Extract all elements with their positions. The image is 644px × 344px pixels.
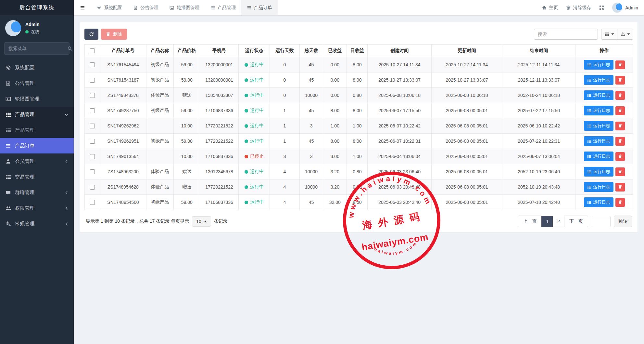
clear-cache-link[interactable]: 清除缓存 xyxy=(566,5,591,11)
delete-row-button[interactable] xyxy=(615,91,625,100)
sidebar-item-announcements[interactable]: 公告管理 xyxy=(0,75,74,91)
run-log-button[interactable]: 运行日志 xyxy=(584,152,613,161)
table-row: SN1748954560 初级产品 59.00 17106837336 运行中 … xyxy=(85,195,633,210)
chevron-left-icon xyxy=(65,222,68,226)
status-badge: 运行中 xyxy=(245,169,264,175)
status-dot-icon xyxy=(245,109,248,112)
delete-row-button[interactable] xyxy=(615,76,625,85)
delete-row-button[interactable] xyxy=(615,152,625,161)
row-checkbox[interactable] xyxy=(90,108,95,113)
avatar xyxy=(5,20,21,36)
col-updated: 更新时间 xyxy=(431,45,502,57)
sidebar-group-products: 产品管理 产品管理 产品订单 xyxy=(0,107,74,153)
chevron-left-icon xyxy=(65,191,68,194)
row-checkbox[interactable] xyxy=(90,62,95,67)
document-icon xyxy=(133,6,138,10)
sidebar-item-transactions[interactable]: 交易管理 xyxy=(0,169,74,185)
bars-icon xyxy=(587,200,591,205)
delete-row-button[interactable] xyxy=(615,137,625,146)
table-search-input[interactable] xyxy=(534,29,598,40)
jump-page-input[interactable] xyxy=(592,216,611,227)
status-dot-icon xyxy=(245,139,248,143)
trash-icon xyxy=(618,62,622,67)
document-icon xyxy=(6,81,11,86)
table-view-buttons xyxy=(601,29,633,40)
row-checkbox[interactable] xyxy=(90,139,95,144)
next-page-button[interactable]: 下一页 xyxy=(564,216,588,227)
tab-announcements[interactable]: 公告管理 xyxy=(128,0,164,15)
delete-button[interactable]: 删除 xyxy=(101,29,127,40)
refresh-button[interactable] xyxy=(84,29,98,40)
jump-button[interactable]: 跳转 xyxy=(614,216,632,227)
delete-row-button[interactable] xyxy=(615,198,625,207)
sidebar-item-system-config[interactable]: 系统配置 xyxy=(0,60,74,75)
sidebar-item-general[interactable]: 常规管理 xyxy=(0,216,74,232)
page-button-1[interactable]: 1 xyxy=(541,216,553,227)
sidebar-item-banner[interactable]: 轮播图管理 xyxy=(0,91,74,107)
bars-icon xyxy=(587,124,591,128)
sidebar-item-members[interactable]: 会员管理 xyxy=(0,153,74,169)
prev-page-button[interactable]: 上一页 xyxy=(518,216,542,227)
col-phone: 手机号 xyxy=(200,45,238,57)
list-icon xyxy=(210,6,215,10)
select-all-checkbox[interactable] xyxy=(90,48,95,53)
records-info: 显示第 1 到第 10 条记录，总共 17 条记录 每页显示 xyxy=(86,218,189,224)
chevron-down-icon xyxy=(65,113,68,116)
col-name: 产品名称 xyxy=(146,45,174,57)
orders-table: 产品订单号 产品名称 产品价格 手机号 运行状态 运行天数 总天数 已收益 日收… xyxy=(84,44,633,210)
delete-row-button[interactable] xyxy=(615,183,625,192)
run-log-button[interactable]: 运行日志 xyxy=(584,106,613,115)
status-badge: 运行中 xyxy=(245,138,264,144)
caret-up-icon xyxy=(204,220,207,222)
row-checkbox[interactable] xyxy=(90,124,95,128)
row-checkbox[interactable] xyxy=(90,185,95,190)
pagination: 上一页 1 2 下一页 跳转 xyxy=(518,216,632,227)
row-checkbox[interactable] xyxy=(90,154,95,159)
gear-icon xyxy=(97,6,101,10)
users-icon xyxy=(6,205,11,211)
sidebar-item-product-management[interactable]: 产品管理 xyxy=(0,107,74,122)
status-badge: 运行中 xyxy=(245,108,264,113)
page-button-2[interactable]: 2 xyxy=(553,216,564,227)
delete-row-button[interactable] xyxy=(615,106,625,115)
col-actions: 操作 xyxy=(575,45,633,57)
row-checkbox[interactable] xyxy=(90,78,95,83)
image-icon xyxy=(6,96,11,102)
delete-row-button[interactable] xyxy=(615,60,625,69)
row-checkbox[interactable] xyxy=(90,169,95,174)
delete-row-button[interactable] xyxy=(615,167,625,176)
columns-toggle-button[interactable] xyxy=(601,29,617,40)
run-log-button[interactable]: 运行日志 xyxy=(584,121,613,131)
sidebar-toggle-button[interactable] xyxy=(74,0,91,15)
user-menu[interactable]: Admin xyxy=(612,3,638,13)
sidebar-item-group-chat[interactable]: 群聊管理 xyxy=(0,185,74,200)
fullscreen-button[interactable] xyxy=(599,5,604,10)
sidebar-item-permissions[interactable]: 权限管理 xyxy=(0,200,74,216)
run-log-button[interactable]: 运行日志 xyxy=(584,90,613,100)
home-link[interactable]: 主页 xyxy=(542,5,558,11)
col-earned: 已收益 xyxy=(323,45,347,57)
sidebar-search-input[interactable] xyxy=(8,46,67,51)
trash-icon xyxy=(106,32,110,36)
row-checkbox[interactable] xyxy=(90,93,95,98)
sidebar-subitem-product-orders[interactable]: 产品订单 xyxy=(0,138,74,153)
delete-row-button[interactable] xyxy=(615,122,625,130)
run-log-button[interactable]: 运行日志 xyxy=(584,182,613,192)
tab-system-config[interactable]: 系统配置 xyxy=(91,0,128,15)
run-log-button[interactable]: 运行日志 xyxy=(584,197,613,207)
export-button[interactable] xyxy=(617,29,633,40)
list-icon xyxy=(6,174,11,180)
run-log-button[interactable]: 运行日志 xyxy=(584,167,613,177)
tab-product-management[interactable]: 产品管理 xyxy=(205,0,241,15)
tab-product-orders[interactable]: 产品订单 xyxy=(241,0,278,15)
row-checkbox[interactable] xyxy=(90,200,95,205)
page-size-select[interactable]: 10 xyxy=(192,216,211,227)
sidebar-subitem-product-management[interactable]: 产品管理 xyxy=(0,122,74,138)
trash-icon xyxy=(618,154,622,158)
bars-icon xyxy=(587,185,591,189)
table-row: SN1761543187 初级产品 59.00 13200000001 运行中 … xyxy=(85,73,633,88)
run-log-button[interactable]: 运行日志 xyxy=(584,60,613,70)
tab-banner[interactable]: 轮播图管理 xyxy=(164,0,205,15)
run-log-button[interactable]: 运行日志 xyxy=(584,136,613,146)
run-log-button[interactable]: 运行日志 xyxy=(584,75,613,85)
